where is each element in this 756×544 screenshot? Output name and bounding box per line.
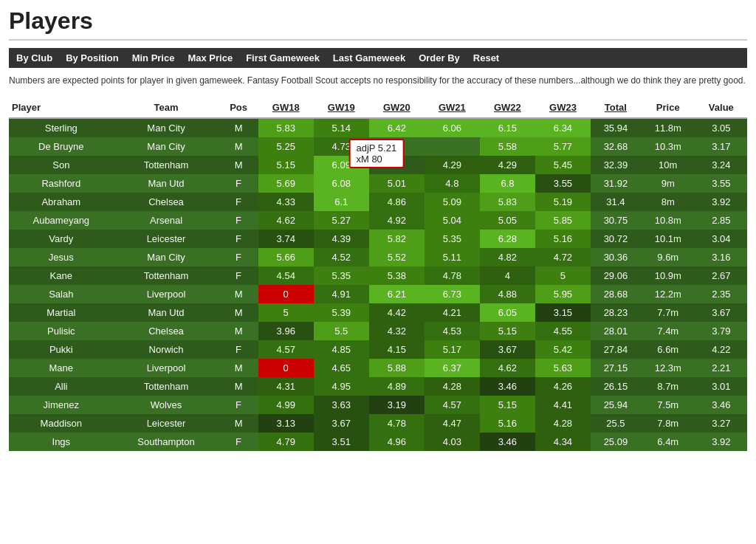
table-cell: 5.83 [480, 193, 535, 211]
table-cell: 4.57 [425, 396, 480, 414]
col-header-gw18: GW18 [258, 97, 314, 118]
toolbar-by-club[interactable]: By Club [16, 52, 52, 63]
table-row: MaddisonLeicesterM3.133.674.784.475.164.… [9, 414, 747, 433]
table-cell: 30.72 [591, 230, 641, 248]
table-cell: 5.63 [535, 359, 591, 377]
table-cell: 5.01 [369, 174, 425, 193]
table-cell: 5.14 [314, 118, 369, 137]
table-cell: Ings [9, 433, 114, 451]
table-cell: 10.8m [641, 211, 695, 230]
toolbar-first-gameweek[interactable]: First Gameweek [246, 52, 320, 63]
table-cell: 6.42 [369, 118, 425, 137]
table-cell: 3.15 [535, 303, 591, 322]
table-cell: Abraham [9, 193, 114, 211]
table-cell: Southampton [114, 433, 219, 451]
table-cell: 30.36 [591, 248, 641, 266]
table-cell: Rashford [9, 174, 114, 193]
table-cell: 6.05 [480, 303, 535, 322]
table-cell: 5.15 [480, 322, 535, 340]
toolbar-max-price[interactable]: Max Price [188, 52, 233, 63]
table-cell: Norwich [114, 340, 219, 359]
table-cell: De Bruyne [9, 137, 114, 156]
table-cell: 29.06 [591, 266, 641, 285]
toolbar-by-position[interactable]: By Position [66, 52, 119, 63]
table-cell: F [219, 193, 258, 211]
table-cell: Jesus [9, 248, 114, 266]
table-cell: Tottenham [114, 377, 219, 396]
table-cell: 5.16 [480, 414, 535, 433]
table-cell: Chelsea [114, 322, 219, 340]
table-cell: Man Utd [114, 303, 219, 322]
col-header-price: Price [641, 97, 695, 118]
toolbar-order-by[interactable]: Order By [419, 52, 460, 63]
players-table: Player Team Pos GW18 GW19 GW20 GW21 GW22… [9, 97, 747, 451]
table-row: RashfordMan UtdF5.696.085.014.86.83.5531… [9, 174, 747, 193]
table-row: AubameyangArsenalF4.625.274.925.045.055.… [9, 211, 747, 230]
table-cell: 3.67 [314, 414, 369, 433]
table-cell: 5.16 [535, 230, 591, 248]
table-cell: 3.46 [480, 377, 535, 396]
toolbar: By Club By Position Min Price Max Price … [9, 48, 747, 68]
toolbar-reset[interactable]: Reset [473, 52, 499, 63]
table-cell: 5.82 [369, 230, 425, 248]
table-cell: 3.67 [695, 303, 747, 322]
table-cell: 5.45 [535, 156, 591, 174]
table-cell: 27.15 [591, 359, 641, 377]
table-cell: 5.58 [480, 137, 535, 156]
table-cell: 4.42 [369, 303, 425, 322]
table-cell: 5 [535, 266, 591, 285]
table-cell: 4.21 [425, 303, 480, 322]
table-cell: 6.4m [641, 433, 695, 451]
table-cell: Martial [9, 303, 114, 322]
table-cell: F [219, 211, 258, 230]
table-row: SalahLiverpoolM04.916.216.734.885.9528.6… [9, 285, 747, 303]
table-cell: Man Utd [114, 174, 219, 193]
col-header-player: Player [9, 97, 114, 118]
table-cell: 28.68 [591, 285, 641, 303]
toolbar-min-price[interactable]: Min Price [132, 52, 175, 63]
table-cell: Arsenal [114, 211, 219, 230]
table-cell: 4.28 [425, 377, 480, 396]
table-cell: 3.74 [258, 230, 314, 248]
table-cell: 0 [258, 359, 314, 377]
table-cell: 4.79 [258, 433, 314, 451]
table-cell: Mane [9, 359, 114, 377]
table-cell: 2.67 [695, 266, 747, 285]
table-cell: 4.29 [425, 156, 480, 174]
table-cell: 5.15 [480, 396, 535, 414]
table-cell: 4.41 [535, 396, 591, 414]
table-cell: Liverpool [114, 285, 219, 303]
table-cell: 4.72 [535, 248, 591, 266]
table-cell: 5.66 [258, 248, 314, 266]
table-cell: Sterling [9, 118, 114, 137]
table-cell: 12.2m [641, 285, 695, 303]
table-header-row: Player Team Pos GW18 GW19 GW20 GW21 GW22… [9, 97, 747, 118]
table-cell: 4.31 [258, 377, 314, 396]
table-cell: 7.5m [641, 396, 695, 414]
table-cell: 3.51 [314, 433, 369, 451]
table-cell: 4.92 [369, 211, 425, 230]
table-cell: 4.22 [695, 340, 747, 359]
table-cell: 3.79 [695, 322, 747, 340]
table-cell: 5.83 [258, 118, 314, 137]
table-cell: Leicester [114, 414, 219, 433]
table-cell: 4.96 [369, 433, 425, 451]
table-cell: 3.04 [695, 230, 747, 248]
table-cell: 30.75 [591, 211, 641, 230]
table-cell: 3.05 [695, 118, 747, 137]
table-cell: 31.4 [591, 193, 641, 211]
table-cell: Man City [114, 248, 219, 266]
table-cell: Jimenez [9, 396, 114, 414]
table-cell: M [219, 285, 258, 303]
table-cell: 5.17 [425, 340, 480, 359]
table-cell: 5.35 [314, 266, 369, 285]
table-cell: 3.24 [695, 156, 747, 174]
table-cell: 32.68 [591, 137, 641, 156]
table-cell: 0 [258, 285, 314, 303]
table-cell: 3.01 [695, 377, 747, 396]
table-row: AbrahamChelseaF4.336.14.865.095.835.1931… [9, 193, 747, 211]
table-cell: 3.55 [695, 174, 747, 193]
toolbar-last-gameweek[interactable]: Last Gameweek [333, 52, 405, 63]
table-cell: 6.1 [314, 193, 369, 211]
table-cell: 27.84 [591, 340, 641, 359]
